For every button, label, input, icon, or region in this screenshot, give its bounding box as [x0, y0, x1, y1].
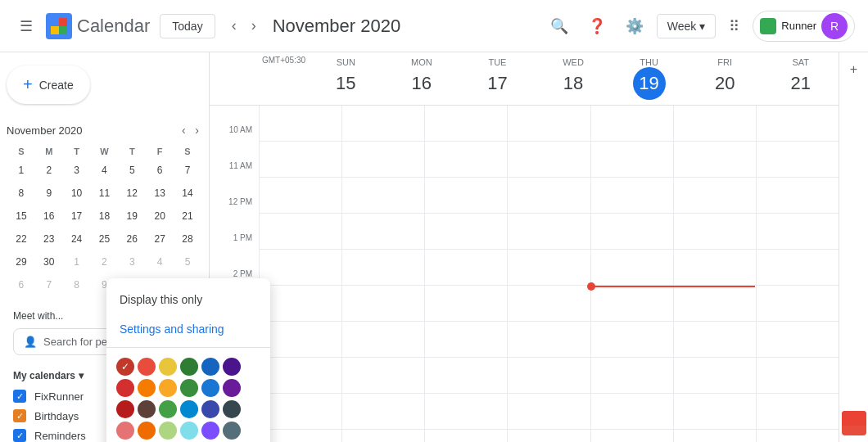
search-button[interactable]: 🔍	[544, 11, 575, 42]
color-option[interactable]	[223, 422, 241, 440]
mini-cal-day[interactable]: 20	[147, 205, 173, 227]
mini-cal-day[interactable]: 6	[8, 274, 34, 295]
grid-hour-line	[757, 286, 839, 322]
color-option[interactable]	[116, 422, 134, 440]
mini-cal-day[interactable]: 9	[36, 183, 62, 204]
color-option[interactable]	[116, 379, 134, 397]
mini-cal-day[interactable]: 8	[64, 274, 90, 295]
mini-cal-day[interactable]: 30	[36, 251, 62, 273]
mini-cal-day[interactable]: 1	[64, 251, 90, 273]
color-option[interactable]	[180, 400, 198, 418]
color-option[interactable]	[180, 422, 198, 440]
mini-cal-next[interactable]: ›	[192, 120, 202, 140]
view-selector[interactable]: Week ▾	[657, 14, 717, 38]
mini-cal-day[interactable]: 13	[147, 183, 173, 204]
mini-cal-day[interactable]: 11	[92, 183, 118, 204]
mini-cal-day[interactable]: 25	[92, 228, 118, 250]
color-option[interactable]	[180, 379, 198, 397]
mini-cal-day[interactable]: 18	[92, 205, 118, 227]
create-button[interactable]: + Create	[7, 65, 90, 104]
mini-cal-day[interactable]: 14	[174, 183, 201, 204]
mini-cal-day[interactable]: 10	[64, 183, 90, 204]
color-option[interactable]	[138, 400, 156, 418]
settings-sharing-item[interactable]: Settings and sharing	[106, 314, 270, 344]
right-panel-expand[interactable]: +	[847, 59, 861, 80]
calendar-checkbox[interactable]: ✓	[13, 429, 26, 442]
grid-hour-line	[260, 286, 341, 322]
mini-cal-day[interactable]: 29	[8, 251, 34, 273]
mini-cal-day[interactable]: 28	[174, 228, 201, 250]
next-button[interactable]: ›	[245, 12, 263, 39]
day-date[interactable]: 16	[405, 67, 438, 100]
mini-cal-day[interactable]: 5	[174, 251, 201, 273]
color-option[interactable]	[159, 422, 177, 440]
display-only-item[interactable]: Display this only	[106, 285, 270, 314]
calendar-checkbox[interactable]: ✓	[13, 390, 26, 403]
color-option[interactable]	[201, 358, 219, 376]
color-option[interactable]	[223, 379, 241, 397]
day-name: SAT	[762, 57, 839, 67]
day-header: SAT21	[762, 52, 839, 105]
mini-cal-day[interactable]: 1	[8, 160, 34, 181]
prev-button[interactable]: ‹	[225, 12, 243, 39]
color-option[interactable]	[201, 400, 219, 418]
mini-cal-day[interactable]: 3	[64, 160, 90, 181]
color-option[interactable]	[159, 379, 177, 397]
day-date[interactable]: 18	[557, 67, 590, 100]
mini-cal-day[interactable]: 21	[174, 205, 201, 227]
mini-cal-day[interactable]: 2	[92, 251, 118, 273]
color-option[interactable]	[138, 358, 156, 376]
color-option[interactable]	[138, 422, 156, 440]
mini-cal-day[interactable]: 12	[119, 183, 145, 204]
mini-cal-day[interactable]: 5	[119, 160, 145, 181]
day-date[interactable]: 20	[708, 67, 741, 100]
mini-cal-prev[interactable]: ‹	[179, 120, 189, 140]
mini-cal-day[interactable]: 6	[147, 160, 173, 181]
day-date[interactable]: 17	[481, 67, 513, 100]
mini-cal-day[interactable]: 4	[92, 160, 118, 181]
color-option[interactable]	[201, 379, 219, 397]
today-button[interactable]: Today	[160, 14, 215, 38]
grid-hour-line	[508, 358, 590, 394]
day-date[interactable]: 15	[329, 67, 362, 100]
mini-cal-day[interactable]: 27	[147, 228, 173, 250]
color-option[interactable]	[159, 400, 177, 418]
color-option[interactable]	[116, 400, 134, 418]
mini-cal-day[interactable]: 19	[119, 205, 145, 227]
mini-cal-day[interactable]: 24	[64, 228, 90, 250]
mini-cal-day[interactable]: 3	[119, 251, 145, 273]
mini-cal-day[interactable]: 15	[8, 205, 34, 227]
mini-cal-day[interactable]: 26	[119, 228, 145, 250]
color-option[interactable]	[201, 422, 219, 440]
color-option[interactable]	[116, 358, 134, 376]
mini-cal-day[interactable]: 2	[36, 160, 62, 181]
settings-button[interactable]: ⚙️	[619, 11, 650, 42]
avatar[interactable]: R	[821, 13, 848, 39]
color-option[interactable]	[180, 358, 198, 376]
color-option[interactable]	[138, 379, 156, 397]
today-date[interactable]: 19	[633, 67, 666, 100]
grid-hour-line	[508, 178, 590, 214]
mini-cal-day[interactable]: 7	[174, 160, 201, 181]
mini-cal-day[interactable]: 8	[8, 183, 34, 204]
grid-hour-line	[425, 430, 507, 442]
search-people-icon: 👤	[24, 336, 37, 348]
mini-cal-day[interactable]: 7	[36, 274, 62, 295]
color-option[interactable]	[159, 358, 177, 376]
mini-cal-day[interactable]: 22	[8, 228, 34, 250]
help-button[interactable]: ❓	[581, 11, 613, 42]
mini-cal-day[interactable]: 16	[36, 205, 62, 227]
calendar-checkbox[interactable]: ✓	[13, 409, 26, 422]
day-date[interactable]: 21	[784, 67, 817, 100]
apps-button[interactable]: ⠿	[722, 11, 746, 42]
mini-cal-day[interactable]: 4	[147, 251, 173, 273]
mini-cal-day[interactable]: 23	[36, 228, 62, 250]
mini-cal-title: November 2020	[7, 124, 83, 137]
color-option[interactable]	[223, 400, 241, 418]
grid-hour-line	[674, 286, 756, 322]
mini-cal-day[interactable]: 17	[64, 205, 90, 227]
runner-badge[interactable]: Runner R	[753, 11, 855, 42]
menu-button[interactable]: ☰	[13, 11, 39, 42]
right-panel-widget[interactable]	[842, 411, 866, 435]
color-option[interactable]	[223, 358, 241, 376]
